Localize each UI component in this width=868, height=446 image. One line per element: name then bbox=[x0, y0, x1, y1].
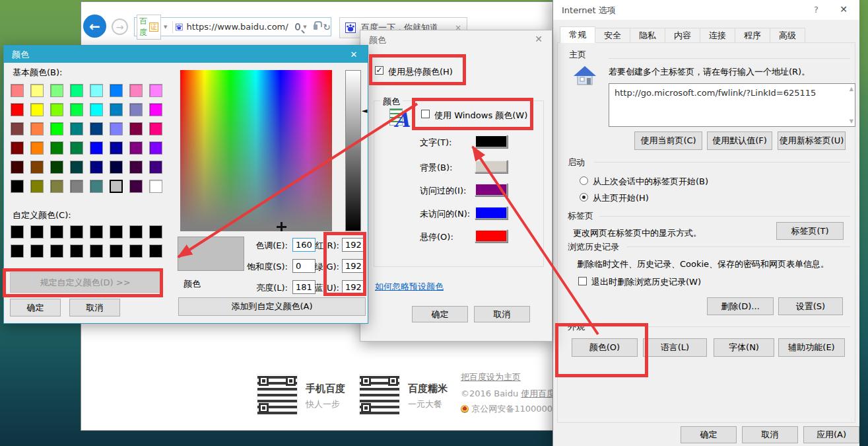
radio-start-homepage[interactable] bbox=[580, 193, 588, 202]
color-swatch[interactable] bbox=[11, 103, 24, 116]
color-swatch[interactable] bbox=[30, 141, 44, 155]
color-swatch[interactable] bbox=[50, 244, 63, 258]
color-swatch[interactable] bbox=[70, 180, 83, 193]
color-swatch[interactable] bbox=[149, 244, 162, 258]
forward-button[interactable]: → bbox=[112, 19, 128, 35]
unvisited-color-swatch[interactable] bbox=[475, 206, 508, 219]
cancel-button[interactable]: 取消 bbox=[742, 426, 798, 443]
color-swatch[interactable] bbox=[149, 180, 162, 193]
color-swatch[interactable] bbox=[50, 161, 63, 174]
hover-color-swatch[interactable] bbox=[475, 229, 508, 242]
ok-button[interactable]: 确定 bbox=[681, 426, 737, 443]
color-swatch[interactable] bbox=[11, 141, 24, 155]
search-icon[interactable] bbox=[295, 23, 301, 30]
set-homepage-link[interactable]: 把百度设为主页 bbox=[461, 372, 521, 382]
color-swatch[interactable] bbox=[11, 225, 24, 239]
badge-dropdown-icon[interactable]: ▼ bbox=[164, 24, 167, 30]
saturation-input[interactable]: 0 bbox=[292, 259, 316, 273]
color-swatch[interactable] bbox=[70, 122, 83, 135]
use-default-button[interactable]: 使用默认值(F) bbox=[707, 131, 772, 150]
color-swatch[interactable] bbox=[149, 141, 162, 155]
color-swatch[interactable] bbox=[70, 103, 83, 116]
color-swatch[interactable] bbox=[11, 122, 24, 135]
radio-start-last-session[interactable] bbox=[580, 176, 588, 185]
color-swatch[interactable] bbox=[110, 161, 123, 174]
accessibility-button[interactable]: 辅助功能(E) bbox=[778, 338, 845, 357]
delete-button[interactable]: 删除(D)... bbox=[707, 297, 774, 315]
tab-privacy[interactable]: 隐私 bbox=[630, 28, 665, 43]
color-swatch[interactable] bbox=[90, 84, 103, 97]
tab-general[interactable]: 常规 bbox=[560, 26, 595, 43]
use-newtab-button[interactable]: 使用新标签页(U) bbox=[778, 131, 846, 150]
color-swatch[interactable] bbox=[11, 244, 24, 258]
color-swatch[interactable] bbox=[90, 180, 103, 193]
tab-programs[interactable]: 程序 bbox=[735, 28, 770, 43]
color-swatch[interactable] bbox=[110, 225, 123, 239]
radio-label[interactable]: 从上次会话中的标签页开始(B) bbox=[593, 176, 708, 188]
cancel-button[interactable]: 取消 bbox=[474, 306, 530, 322]
address-bar[interactable]: 百度 证 ▼ https://www.baidu.com/ ▼ ↻ bbox=[134, 17, 331, 36]
apply-button[interactable]: 应用(A) bbox=[803, 426, 859, 443]
help-icon[interactable]: ? bbox=[814, 5, 818, 15]
color-swatch[interactable] bbox=[149, 122, 162, 135]
visited-color-swatch[interactable] bbox=[475, 183, 508, 196]
scroll-up-icon[interactable]: ▲ bbox=[850, 86, 853, 92]
color-swatch[interactable] bbox=[110, 141, 123, 155]
homepage-url-input[interactable]: http://go.microsoft.com/fwlink/?LinkId=6… bbox=[609, 83, 855, 127]
color-swatch[interactable] bbox=[110, 244, 123, 258]
color-swatch[interactable] bbox=[70, 244, 83, 258]
back-button[interactable]: ← bbox=[83, 15, 106, 38]
color-swatch[interactable] bbox=[90, 161, 103, 174]
color-swatch[interactable] bbox=[149, 103, 162, 116]
color-swatch[interactable] bbox=[129, 84, 143, 97]
color-swatch[interactable] bbox=[70, 161, 83, 174]
url-text[interactable]: https://www.baidu.com/ bbox=[187, 22, 288, 32]
color-swatch[interactable] bbox=[30, 244, 44, 258]
fonts-button[interactable]: 字体(N) bbox=[714, 338, 774, 357]
hue-input[interactable]: 160 bbox=[292, 238, 316, 252]
color-swatch[interactable] bbox=[90, 141, 103, 155]
scroll-down-icon[interactable]: ▼ bbox=[850, 118, 853, 124]
search-dropdown-icon[interactable]: ▼ bbox=[303, 24, 306, 30]
close-icon[interactable]: ✕ bbox=[840, 4, 848, 15]
color-swatch[interactable] bbox=[30, 84, 44, 97]
checkbox-label[interactable]: 退出时删除浏览历史记录(W) bbox=[591, 276, 701, 288]
color-swatch[interactable] bbox=[129, 225, 143, 239]
color-swatch[interactable] bbox=[129, 122, 143, 135]
color-swatch[interactable] bbox=[50, 84, 63, 97]
tab-connections[interactable]: 连接 bbox=[700, 28, 735, 43]
color-swatch[interactable] bbox=[50, 225, 63, 239]
color-swatch[interactable] bbox=[149, 225, 162, 239]
color-swatch[interactable] bbox=[110, 180, 123, 193]
color-swatch[interactable] bbox=[30, 180, 44, 193]
radio-label[interactable]: 从主页开始(H) bbox=[593, 192, 649, 204]
color-swatch[interactable] bbox=[11, 84, 24, 97]
color-swatch[interactable] bbox=[110, 122, 123, 135]
color-swatch[interactable] bbox=[90, 225, 103, 239]
color-swatch[interactable] bbox=[129, 161, 143, 174]
color-swatch[interactable] bbox=[129, 180, 143, 193]
search-provider-badge[interactable]: 百度 证 bbox=[137, 15, 161, 40]
color-swatch[interactable] bbox=[90, 103, 103, 116]
color-swatch[interactable] bbox=[90, 122, 103, 135]
settings-button[interactable]: 设置(S) bbox=[778, 297, 843, 315]
color-swatch[interactable] bbox=[30, 103, 44, 116]
color-swatch[interactable] bbox=[30, 161, 44, 174]
color-swatch[interactable] bbox=[149, 161, 162, 174]
cancel-button[interactable]: 取消 bbox=[69, 299, 120, 316]
tab-advanced[interactable]: 高级 bbox=[770, 28, 805, 43]
color-swatch[interactable] bbox=[129, 244, 143, 258]
hue-saturation-field[interactable] bbox=[180, 70, 332, 231]
luminance-slider[interactable] bbox=[345, 70, 361, 231]
color-swatch[interactable] bbox=[90, 244, 103, 258]
color-swatch[interactable] bbox=[11, 161, 24, 174]
background-color-swatch[interactable] bbox=[475, 160, 508, 173]
text-color-swatch[interactable] bbox=[475, 135, 508, 148]
tab-security[interactable]: 安全 bbox=[595, 28, 630, 43]
color-crosshair-icon[interactable] bbox=[277, 222, 286, 231]
ok-button[interactable]: 确定 bbox=[412, 306, 468, 322]
tab-content[interactable]: 内容 bbox=[665, 28, 700, 43]
color-swatch[interactable] bbox=[50, 103, 63, 116]
color-swatch[interactable] bbox=[129, 141, 143, 155]
color-swatch[interactable] bbox=[70, 225, 83, 239]
